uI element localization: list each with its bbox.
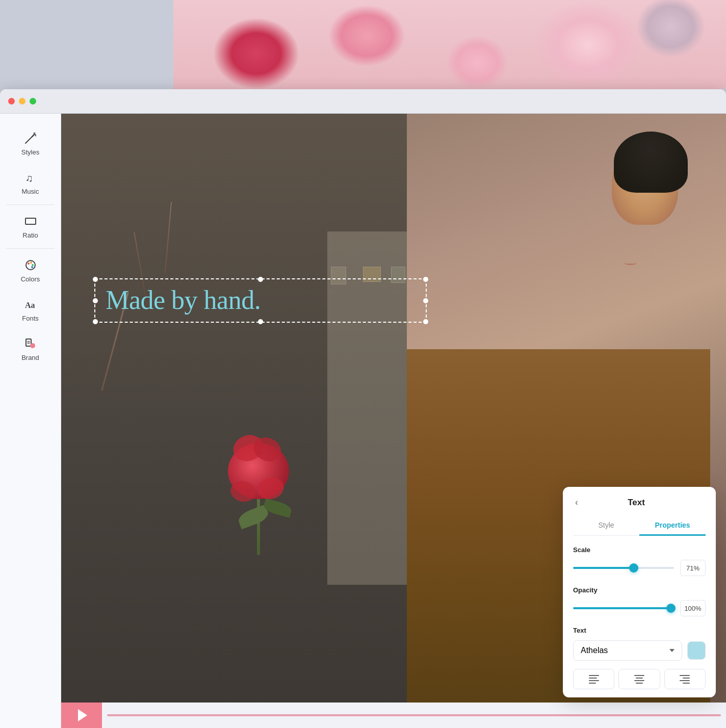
align-left-button[interactable] bbox=[573, 669, 614, 689]
scale-label: Scale bbox=[573, 546, 706, 554]
music-label: Music bbox=[22, 188, 39, 195]
sidebar-item-ratio[interactable]: Ratio bbox=[0, 207, 61, 246]
svg-point-5 bbox=[33, 135, 34, 136]
play-button[interactable] bbox=[61, 703, 102, 728]
palette-icon bbox=[23, 258, 38, 272]
ratio-icon bbox=[23, 214, 38, 228]
play-bar bbox=[61, 703, 726, 728]
floral-texture bbox=[173, 0, 726, 89]
handle-bottom-right[interactable] bbox=[423, 319, 428, 324]
brand-icon bbox=[23, 336, 38, 351]
panel-back-button[interactable]: ‹ bbox=[573, 495, 580, 510]
font-row: Athelas bbox=[573, 640, 706, 661]
opacity-slider[interactable] bbox=[573, 603, 674, 613]
panel-title: Text bbox=[580, 498, 692, 508]
scale-value: 71% bbox=[680, 560, 706, 576]
line-2 bbox=[636, 678, 643, 679]
app-window: Styles ♫ Music Ratio bbox=[0, 89, 726, 728]
svg-text:Aa: Aa bbox=[25, 301, 35, 309]
fonts-label: Fonts bbox=[22, 315, 39, 322]
svg-point-9 bbox=[28, 263, 30, 265]
tab-properties[interactable]: Properties bbox=[639, 516, 706, 536]
brand-label: Brand bbox=[21, 354, 39, 361]
maximize-button[interactable] bbox=[30, 98, 36, 105]
align-right-icon bbox=[680, 675, 690, 684]
peony-flower bbox=[208, 443, 309, 555]
font-color-swatch[interactable] bbox=[687, 641, 706, 660]
panel-header: ‹ Text bbox=[563, 487, 716, 510]
align-center-icon bbox=[634, 675, 644, 684]
sidebar: Styles ♫ Music Ratio bbox=[0, 114, 61, 728]
close-button[interactable] bbox=[8, 98, 15, 105]
tab-style[interactable]: Style bbox=[573, 516, 639, 536]
scale-slider[interactable] bbox=[573, 563, 674, 573]
wand-icon bbox=[23, 131, 38, 145]
sidebar-item-fonts[interactable]: Aa Fonts bbox=[0, 290, 61, 329]
properties-panel: ‹ Text Style Properties Scale bbox=[563, 487, 716, 697]
fonts-icon: Aa bbox=[23, 297, 38, 311]
hair bbox=[614, 132, 688, 193]
music-icon: ♫ bbox=[23, 170, 38, 185]
ratio-label: Ratio bbox=[22, 231, 38, 239]
flower-stem bbox=[257, 494, 260, 555]
sidebar-divider-2 bbox=[6, 248, 55, 249]
opacity-label: Opacity bbox=[573, 586, 706, 594]
handle-top-middle[interactable] bbox=[258, 277, 263, 282]
handle-middle-right[interactable] bbox=[423, 298, 428, 303]
align-right-button[interactable] bbox=[664, 669, 706, 689]
text-section-label: Text bbox=[573, 627, 706, 634]
line-3 bbox=[589, 680, 599, 681]
line-4 bbox=[683, 683, 690, 684]
scale-slider-row: 71% bbox=[573, 560, 706, 576]
scale-thumb[interactable] bbox=[629, 563, 638, 573]
panel-body: Scale 71% Opacity bbox=[563, 536, 716, 697]
font-name: Athelas bbox=[581, 646, 608, 655]
svg-rect-7 bbox=[25, 218, 36, 224]
smile bbox=[624, 261, 637, 265]
title-bar bbox=[0, 89, 726, 114]
svg-point-12 bbox=[31, 266, 33, 268]
handle-top-left[interactable] bbox=[93, 277, 98, 282]
opacity-value: 100% bbox=[680, 600, 706, 616]
handle-middle-left[interactable] bbox=[93, 298, 98, 303]
align-center-button[interactable] bbox=[618, 669, 660, 689]
svg-text:♫: ♫ bbox=[25, 172, 33, 184]
minimize-button[interactable] bbox=[19, 98, 25, 105]
sidebar-item-brand[interactable]: Brand bbox=[0, 329, 61, 369]
align-left-icon bbox=[589, 675, 599, 684]
handle-bottom-middle[interactable] bbox=[258, 319, 263, 324]
sidebar-item-styles[interactable]: Styles bbox=[0, 124, 61, 163]
colors-label: Colors bbox=[21, 275, 40, 283]
svg-line-0 bbox=[25, 137, 32, 143]
panel-tabs: Style Properties bbox=[573, 516, 706, 536]
scale-track bbox=[573, 567, 674, 569]
line-2 bbox=[589, 678, 597, 679]
line-4 bbox=[636, 683, 643, 684]
line-4 bbox=[589, 683, 596, 684]
font-select[interactable]: Athelas bbox=[573, 640, 682, 661]
line-1 bbox=[634, 675, 644, 676]
text-overlay-container[interactable]: Made by hand. bbox=[94, 278, 427, 322]
opacity-track bbox=[573, 607, 674, 609]
bg-floral-image bbox=[173, 0, 726, 89]
opacity-thumb[interactable] bbox=[666, 604, 676, 613]
canvas-area[interactable]: Made by hand. ‹ Text Style bbox=[61, 114, 726, 728]
canvas-text[interactable]: Made by hand. bbox=[106, 284, 416, 316]
handle-bottom-left[interactable] bbox=[93, 319, 98, 324]
line-1 bbox=[680, 675, 690, 676]
main-content: Styles ♫ Music Ratio bbox=[0, 114, 726, 728]
align-row bbox=[573, 669, 706, 689]
sidebar-item-colors[interactable]: Colors bbox=[0, 251, 61, 290]
text-selection-box: Made by hand. bbox=[94, 278, 427, 322]
flower-head bbox=[228, 443, 289, 499]
svg-point-10 bbox=[30, 262, 32, 264]
line-2 bbox=[683, 678, 690, 679]
progress-bar[interactable] bbox=[107, 714, 721, 716]
line-3 bbox=[634, 680, 644, 681]
sidebar-item-music[interactable]: ♫ Music bbox=[0, 163, 61, 202]
chevron-down-icon bbox=[669, 649, 675, 652]
opacity-slider-row: 100% bbox=[573, 600, 706, 616]
window-controls bbox=[8, 98, 36, 105]
svg-point-11 bbox=[32, 264, 34, 266]
play-icon bbox=[78, 709, 87, 721]
